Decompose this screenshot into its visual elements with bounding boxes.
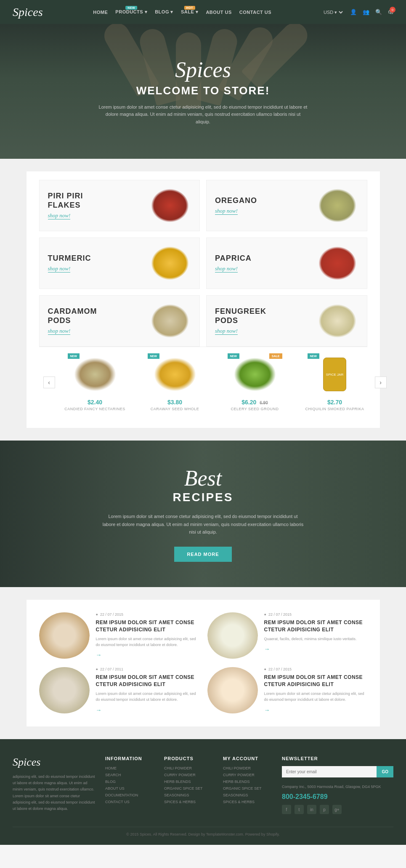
footer-link-docs[interactable]: DOCUMENTATION bbox=[105, 793, 156, 797]
product-cardamom-img bbox=[149, 304, 191, 338]
carousel-name-0: CANDIED FANCY NECTARINES bbox=[57, 407, 133, 411]
social-linkedin[interactable]: in bbox=[307, 805, 316, 814]
social-twitter[interactable]: t bbox=[295, 805, 304, 814]
footer-link-home[interactable]: HOME bbox=[105, 766, 156, 770]
newsletter-form: GO bbox=[282, 766, 393, 777]
blog-date-2: ● 22 / 07 / 2011 bbox=[96, 667, 199, 671]
currency-select[interactable]: USD ▾ EUR GBP bbox=[322, 9, 344, 15]
product-fenugreek-shop[interactable]: shop now! bbox=[215, 328, 238, 335]
product-card-cardamom[interactable]: CARDAMOM PODS shop now! bbox=[39, 295, 200, 347]
read-more-button[interactable]: READ MORE bbox=[174, 547, 231, 562]
product-piri-shop[interactable]: shop now! bbox=[48, 212, 71, 219]
blog-img-2 bbox=[39, 667, 90, 713]
footer-product-1[interactable]: CURRY POWDER bbox=[164, 773, 215, 777]
blog-text-1: ● 22 / 07 / 2015 REM IPSUM DOLOR SIT AME… bbox=[264, 612, 367, 659]
footer-link-search[interactable]: SEARCH bbox=[105, 773, 156, 777]
product-fenugreek-img bbox=[316, 304, 358, 338]
footer-link-contact[interactable]: CONTACT US bbox=[105, 800, 156, 804]
product-card-piri[interactable]: PIRI PIRI FLAKES shop now! bbox=[39, 180, 200, 231]
products-grid: PIRI PIRI FLAKES shop now! OREGANO shop … bbox=[39, 180, 367, 347]
carousel-next[interactable]: › bbox=[375, 377, 387, 388]
carousel-badge-new-1: NEW bbox=[148, 353, 159, 359]
footer-top: Spices adipisicing elit, sed do eiusmod … bbox=[13, 756, 393, 814]
social-facebook[interactable]: f bbox=[282, 805, 291, 814]
nav-home[interactable]: HOME bbox=[93, 10, 108, 15]
footer-account-1[interactable]: CURRY POWDER bbox=[223, 773, 273, 777]
blog-excerpt-0: Lorem ipsum dolor sit amet conse ctetur … bbox=[96, 636, 199, 648]
product-cardamom-shop[interactable]: shop now! bbox=[48, 328, 71, 335]
footer-link-about[interactable]: ABOUT US bbox=[105, 786, 156, 791]
recipes-content: Best RECIPES Lorem ipsum dolor sit amet … bbox=[13, 466, 393, 562]
carousel-badge-sale-2: SALE bbox=[269, 353, 282, 359]
product-card-paprika[interactable]: PAPRICA shop now! bbox=[206, 238, 367, 289]
hero-subtitle: Lorem ipsum dolor sit amet conse ctetur … bbox=[98, 104, 308, 126]
nav-about[interactable]: ABOUT US bbox=[206, 10, 231, 15]
carousel-food-shape-0 bbox=[74, 358, 116, 391]
product-card-fenugreek[interactable]: FENUGREEK PODS shop now! bbox=[206, 295, 367, 347]
cart-count: 0 bbox=[390, 7, 395, 13]
social-pinterest[interactable]: p bbox=[320, 805, 329, 814]
product-card-oregano[interactable]: OREGANO shop now! bbox=[206, 180, 367, 231]
carousel-prev[interactable]: ‹ bbox=[43, 377, 55, 388]
carousel-item-1[interactable]: NEW $3.80 CARAWAY SEED WHOLE bbox=[137, 353, 213, 411]
nav-sale[interactable]: HOT SALE ▾ bbox=[181, 9, 198, 15]
blog-card-1: ● 22 / 07 / 2015 REM IPSUM DOLOR SIT AME… bbox=[207, 612, 367, 659]
footer-product-4[interactable]: SEASONINGS bbox=[164, 793, 215, 797]
recipes-cursive: Best bbox=[13, 466, 393, 491]
social-google[interactable]: g+ bbox=[332, 805, 342, 814]
footer-account-2[interactable]: HERB BLENDS bbox=[223, 780, 273, 784]
newsletter-button[interactable]: GO bbox=[377, 766, 393, 777]
product-turmeric-shop[interactable]: shop now! bbox=[48, 265, 71, 272]
carousel-price-old-2: 6.90 bbox=[260, 401, 268, 405]
carousel-item-img-0: NEW bbox=[68, 353, 122, 395]
header-logo: Spices bbox=[13, 5, 43, 19]
blog-arrow-3[interactable]: → bbox=[264, 707, 270, 713]
blog-img-shape-0 bbox=[39, 612, 90, 659]
product-turmeric-img bbox=[149, 246, 191, 280]
footer-account-4[interactable]: SEASONINGS bbox=[223, 793, 273, 797]
footer-link-blog[interactable]: BLOG bbox=[105, 780, 156, 784]
blog-card-3: ● 22 / 07 / 2015 REM IPSUM DOLOR SIT AME… bbox=[207, 667, 367, 713]
product-paprika-shop[interactable]: shop now! bbox=[215, 265, 238, 272]
footer-product-5[interactable]: SPICES & HERBS bbox=[164, 800, 215, 804]
newsletter-input[interactable] bbox=[282, 766, 377, 777]
carousel-item-img-3: NEW SPICE JAR bbox=[308, 353, 362, 395]
footer-account-3[interactable]: ORGANIC SPICE SET bbox=[223, 786, 273, 791]
carousel-item-2[interactable]: NEW SALE $6.20 6.90 CELERY SEED GROUND bbox=[217, 353, 293, 411]
blog-img-shape-2 bbox=[39, 667, 90, 713]
carousel-price-0: $2.40 bbox=[57, 399, 133, 406]
footer-newsletter-col: NEWSLETTER GO Company Inc., 5003 Harmost… bbox=[282, 756, 393, 814]
carousel-badge-new-3: NEW bbox=[308, 353, 319, 359]
footer-product-0[interactable]: CHILI POWDER bbox=[164, 766, 215, 770]
carousel-name-2: CELERY SEED GROUND bbox=[217, 407, 293, 411]
product-oregano-shop[interactable]: shop now! bbox=[215, 208, 238, 215]
cart-icon-wrap[interactable]: 🛍 0 bbox=[388, 9, 393, 15]
footer-product-2[interactable]: HERB BLENDS bbox=[164, 780, 215, 784]
nav-contact[interactable]: CONTACT US bbox=[239, 10, 271, 15]
footer-account-0[interactable]: CHILI POWDER bbox=[223, 766, 273, 770]
recipes-title: RECIPES bbox=[13, 491, 393, 504]
blog-arrow-1[interactable]: → bbox=[264, 646, 270, 652]
nav-products[interactable]: NEW PRODUCTS ▾ bbox=[115, 9, 147, 15]
header: Spices HOME NEW PRODUCTS ▾ BLOG ▾ HOT SA… bbox=[0, 0, 406, 24]
carousel-item-img-2: NEW SALE bbox=[228, 353, 282, 395]
blog-text-0: ● 22 / 07 / 2015 REM IPSUM DOLOR SIT AME… bbox=[96, 612, 199, 659]
footer-account-5[interactable]: SPICES & HERBS bbox=[223, 800, 273, 804]
carousel-item-3[interactable]: NEW SPICE JAR $2.70 CHIQUILIN SMOKED PAP… bbox=[297, 353, 373, 411]
footer-product-3[interactable]: ORGANIC SPICE SET bbox=[164, 786, 215, 791]
carousel-item-0[interactable]: NEW $2.40 CANDIED FANCY NECTARINES bbox=[57, 353, 133, 411]
blog-arrow-2[interactable]: → bbox=[96, 707, 102, 713]
blog-arrow-0[interactable]: → bbox=[96, 652, 102, 658]
user-icon[interactable]: 👥 bbox=[363, 9, 369, 15]
blog-date-0: ● 22 / 07 / 2015 bbox=[96, 612, 199, 617]
signin-icon[interactable]: 👤 bbox=[350, 9, 357, 15]
header-icons: USD ▾ EUR GBP 👤 👥 🔍 🛍 0 bbox=[322, 9, 393, 15]
footer-address: Company Inc., 5003 Harmosta Road, Glasgo… bbox=[282, 784, 393, 790]
product-card-turmeric[interactable]: TURMERIC shop now! bbox=[39, 238, 200, 289]
footer-brand-col: Spices adipisicing elit, sed do eiusmod … bbox=[13, 756, 97, 814]
nav-blog[interactable]: BLOG ▾ bbox=[155, 9, 173, 15]
search-icon[interactable]: 🔍 bbox=[375, 9, 382, 15]
blog-excerpt-2: Lorem ipsum dolor sit amet conse ctetur … bbox=[96, 691, 199, 703]
carousel-section: ‹ NEW $2.40 CANDIED FANCY NECTARINES bbox=[39, 347, 367, 419]
blog-img-3 bbox=[207, 667, 258, 713]
